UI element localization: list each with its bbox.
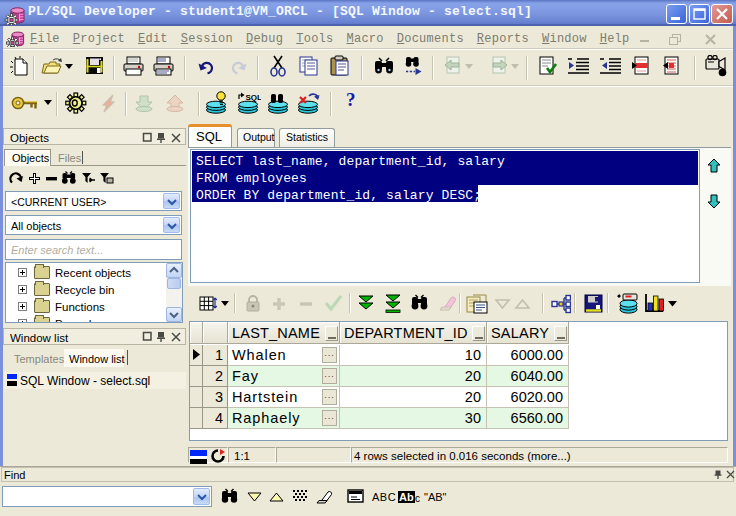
svg-text:SQL: SQL <box>246 93 262 102</box>
